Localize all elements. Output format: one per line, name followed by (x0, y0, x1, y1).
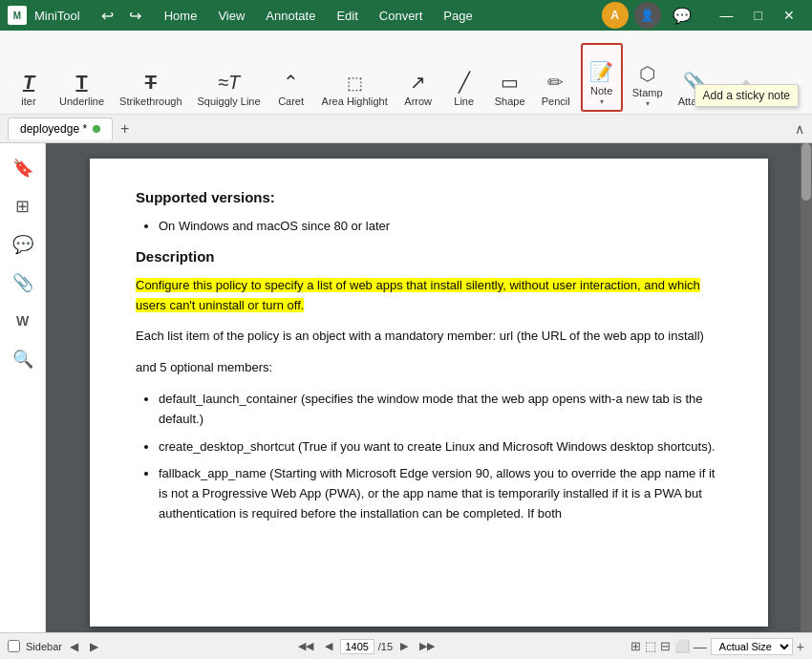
next-page-button[interactable]: ▶ (86, 638, 102, 655)
strikethrough-label: Strikethrough (119, 96, 182, 108)
add-tab-button[interactable]: + (113, 118, 137, 139)
page-total: /15 (378, 641, 393, 652)
underline-label: Underline (59, 96, 104, 108)
section2-item-2: fallback_app_name (Starting with Microso… (159, 464, 722, 523)
ribbon-btn-area-highlight[interactable]: ⬚ Area Highlight (316, 43, 394, 112)
ribbon-btn-line[interactable]: ╱ Line (443, 43, 485, 112)
caret-icon: ⌃ (283, 71, 299, 94)
menu-bar: Home View Annotate Edit Convert Page (155, 5, 482, 27)
status-right: ⊞ ⬚ ⊟ ⬜ — Actual Size + (630, 638, 804, 655)
close-button[interactable]: ✕ (774, 4, 804, 27)
line-icon: ╱ (459, 71, 470, 94)
first-page-button[interactable]: ◀◀ (294, 638, 317, 654)
window-controls: — □ ✕ (711, 4, 804, 27)
menu-view[interactable]: View (208, 5, 254, 27)
ribbon-btn-caret[interactable]: ⌃ Caret (270, 43, 312, 112)
note-tooltip: Add a sticky note (694, 84, 799, 107)
note-dropdown: ▾ (600, 97, 604, 106)
menu-edit[interactable]: Edit (327, 5, 367, 27)
pdf-content: Supported versions: On Windows and macOS… (136, 189, 722, 524)
page-number-input[interactable] (340, 639, 374, 654)
zoom-in-button[interactable]: + (797, 639, 804, 654)
left-sidebar: 🔖 ⊞ 💬 📎 W 🔍 (0, 143, 46, 632)
maximize-button[interactable]: □ (745, 4, 772, 27)
sidebar-checkbox[interactable] (8, 640, 20, 652)
menu-annotate[interactable]: Annotate (256, 5, 325, 27)
ribbon-btn-note[interactable]: 📝 Note ▾ (581, 43, 623, 112)
shape-label: Shape (495, 96, 525, 108)
ribbon-btn-iter[interactable]: T iter (8, 43, 50, 112)
tab-bar: deployedge * + ∧ (0, 115, 812, 143)
tab-status-dot (93, 125, 100, 133)
stamp-label: Stamp (632, 87, 663, 99)
sidebar-icon-comments[interactable]: 💬 (6, 227, 40, 262)
title-bar: M MiniTool ↩ ↪ Home View Annotate Edit C… (0, 0, 812, 31)
stamp-icon: ⬡ (639, 62, 655, 85)
user-avatar-1: A (602, 2, 629, 29)
area-highlight-icon: ⬚ (347, 73, 363, 94)
ribbon: T iter T Underline T Strikethrough ≈T Sq… (0, 31, 812, 115)
iter-label: iter (21, 96, 35, 108)
ribbon-btn-shape[interactable]: ▭ Shape (489, 43, 531, 112)
ribbon-btn-pencil[interactable]: ✏ Pencil (535, 43, 577, 112)
menu-convert[interactable]: Convert (370, 5, 433, 27)
zoom-select[interactable]: Actual Size (711, 638, 793, 655)
sidebar-icon-search[interactable]: 🔍 (6, 342, 40, 376)
tab-label: deployedge * (20, 122, 87, 136)
ribbon-btn-squiggly[interactable]: ≈T Squiggly Line (192, 43, 267, 112)
content-area: Supported versions: On Windows and macOS… (46, 143, 812, 632)
status-icon-2[interactable]: ⬚ (645, 639, 656, 653)
para2: and 5 optional members: (136, 358, 722, 378)
arrow-icon: ↗ (410, 71, 426, 94)
app-name: MiniTool (34, 9, 80, 23)
line-label: Line (454, 96, 474, 108)
user-avatar-2: 👤 (634, 2, 661, 29)
sidebar-icon-word[interactable]: W (6, 304, 40, 338)
scrollbar-thumb[interactable] (801, 143, 811, 201)
ribbon-btn-stamp[interactable]: ⬡ Stamp ▾ (627, 43, 669, 112)
zoom-out-button[interactable]: — (694, 639, 707, 654)
underline-icon: T (75, 72, 87, 94)
squiggly-icon: ≈T (218, 72, 240, 94)
chat-button[interactable]: 💬 (667, 5, 697, 27)
section1-title: Supported versions: (136, 189, 722, 205)
highlighted-text: Configure this policy to specify a list … (136, 276, 722, 316)
stamp-dropdown: ▾ (646, 99, 650, 108)
note-label: Note (590, 85, 612, 97)
minimize-button[interactable]: — (711, 4, 743, 27)
sidebar-icon-pages[interactable]: ⊞ (6, 189, 40, 223)
squiggly-label: Squiggly Line (198, 96, 261, 108)
caret-label: Caret (278, 96, 304, 108)
section2-item-1: create_desktop_shortcut (True if you wan… (159, 437, 722, 457)
menu-home[interactable]: Home (155, 5, 207, 27)
prev-page-button[interactable]: ◀ (66, 638, 82, 655)
undo-button[interactable]: ↩ (96, 5, 119, 27)
highlight-span: Configure this policy to specify a list … (136, 278, 700, 312)
pencil-label: Pencil (542, 96, 570, 108)
arrow-label: Arrow (404, 96, 432, 108)
status-icon-3[interactable]: ⊟ (660, 639, 671, 653)
redo-button[interactable]: ↪ (123, 5, 147, 27)
app-logo: M (8, 6, 27, 25)
vertical-scrollbar[interactable] (801, 143, 812, 632)
ribbon-btn-arrow[interactable]: ↗ Arrow (397, 43, 439, 112)
menu-page[interactable]: Page (434, 5, 481, 27)
title-bar-right: A 👤 💬 — □ ✕ (602, 2, 804, 29)
sidebar-label: Sidebar (26, 641, 62, 652)
last-page-button[interactable]: ▶▶ (416, 638, 438, 654)
status-icon-4[interactable]: ⬜ (674, 639, 690, 653)
sidebar-icon-attachments[interactable]: 📎 (6, 266, 40, 300)
prev-page-btn[interactable]: ◀ (321, 638, 336, 654)
strikethrough-icon: T (145, 72, 157, 94)
ribbon-btn-strikethrough[interactable]: T Strikethrough (114, 43, 187, 112)
collapse-ribbon-button[interactable]: ∧ (795, 121, 804, 137)
section2-title: Description (136, 248, 722, 265)
sidebar-icon-bookmark[interactable]: 🔖 (6, 151, 40, 185)
status-bar: Sidebar ◀ ▶ ◀◀ ◀ /15 ▶ ▶▶ ⊞ ⬚ ⊟ ⬜ — Actu… (0, 632, 812, 659)
next-page-btn[interactable]: ▶ (396, 638, 412, 654)
main-area: 🔖 ⊞ 💬 📎 W 🔍 Supported versions: On Windo… (0, 143, 812, 632)
title-bar-left: M MiniTool ↩ ↪ Home View Annotate Edit C… (8, 5, 602, 27)
status-icon-1[interactable]: ⊞ (630, 639, 641, 653)
document-tab[interactable]: deployedge * (8, 117, 113, 139)
ribbon-btn-underline[interactable]: T Underline (53, 43, 110, 112)
